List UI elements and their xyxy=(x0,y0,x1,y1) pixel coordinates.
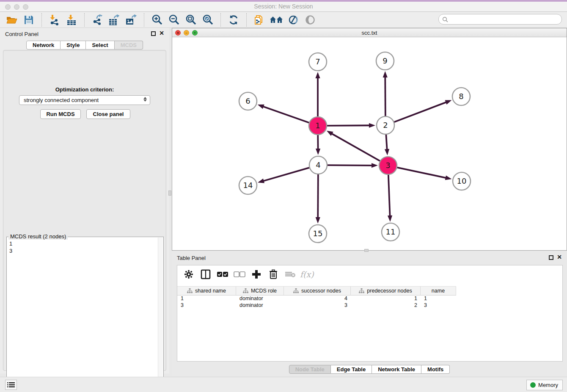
network-canvas[interactable]: 7968124314101511 xyxy=(172,37,567,250)
zoom-out-icon[interactable] xyxy=(165,14,182,26)
memory-button-label: Memory xyxy=(538,382,558,388)
edge-4-15[interactable] xyxy=(318,174,318,218)
column-header-label: name xyxy=(432,288,445,294)
search-field[interactable] xyxy=(438,14,562,25)
network-window-titlebar[interactable]: ✕ − + scc.txt xyxy=(172,28,567,37)
zoom-in-icon[interactable] xyxy=(149,14,165,26)
node-table-container: f(x) shared nameMCDS rolesuccessor nodes… xyxy=(177,265,563,362)
tab-network[interactable]: Network xyxy=(26,41,61,50)
tab-style[interactable]: Style xyxy=(61,41,86,50)
memory-button[interactable]: Memory xyxy=(526,380,563,390)
first-neighbors-icon[interactable] xyxy=(268,14,285,26)
cell-shared-name[interactable]: 1 xyxy=(177,295,236,302)
toolbar-separator xyxy=(220,13,221,27)
settings-gear-icon[interactable] xyxy=(182,268,196,281)
refresh-icon[interactable] xyxy=(225,14,242,26)
delete-table-icon xyxy=(283,268,297,281)
column-layout-icon[interactable] xyxy=(198,268,213,281)
cell-shared-name[interactable]: 3 xyxy=(177,302,236,309)
edge-4-3[interactable] xyxy=(328,165,372,166)
edge-4-14[interactable] xyxy=(263,168,309,181)
cell-successor-nodes[interactable]: 4 xyxy=(284,295,351,302)
column-header-shared-name[interactable]: shared name xyxy=(177,286,236,295)
graph-node-label-2: 2 xyxy=(383,121,388,130)
zoom-fit-icon[interactable] xyxy=(182,14,199,26)
graph-node-label-6: 6 xyxy=(245,97,250,105)
run-mcds-button[interactable]: Run MCDS xyxy=(40,109,81,119)
mcds-result-box: MCDS result (2 nodes) 13 xyxy=(6,237,164,392)
close-panel-icon[interactable]: ✕ xyxy=(159,30,164,36)
table-row[interactable]: 1dominator411 xyxy=(177,295,562,302)
arrowhead-2-3 xyxy=(385,149,389,155)
edge-2-8[interactable] xyxy=(394,102,447,122)
deselect-all-icon[interactable] xyxy=(232,268,247,281)
column-header-predecessor-nodes[interactable]: predecessor nodes xyxy=(351,286,421,295)
tab-node-table[interactable]: Node Table xyxy=(289,365,331,374)
column-header-name[interactable]: name xyxy=(421,286,456,295)
export-network-icon[interactable] xyxy=(89,14,106,26)
cell-successor-nodes[interactable]: 3 xyxy=(284,302,351,309)
edge-3-10[interactable] xyxy=(397,168,446,178)
edge-3-1[interactable] xyxy=(331,133,380,161)
import-table-icon[interactable] xyxy=(63,14,80,26)
toolbar-separator xyxy=(41,13,42,27)
arrowhead-3-10 xyxy=(445,175,452,180)
control-panel-title: Control Panel xyxy=(5,31,39,37)
edge-1-2[interactable] xyxy=(327,125,370,126)
arrowhead-4-3 xyxy=(372,163,378,168)
task-history-button[interactable] xyxy=(5,380,17,390)
mcds-result-line: 3 xyxy=(9,247,12,254)
arrowhead-4-14 xyxy=(258,179,264,183)
mcds-result-scrollbar[interactable] xyxy=(158,237,163,392)
import-network-icon[interactable] xyxy=(46,14,63,26)
graph-node-label-9: 9 xyxy=(383,56,387,65)
vertical-splitter-handle[interactable] xyxy=(168,190,171,196)
edge-2-3[interactable] xyxy=(386,135,387,150)
cell-name[interactable]: 1 xyxy=(421,295,456,302)
add-row-icon[interactable] xyxy=(249,268,264,281)
edge-1-6[interactable] xyxy=(263,106,309,122)
tab-network-table[interactable]: Network Table xyxy=(372,365,421,374)
column-header-MCDS-role[interactable]: MCDS role xyxy=(236,286,284,295)
column-tree-icon xyxy=(187,288,193,293)
cell-MCDS-role[interactable]: dominator xyxy=(236,295,284,302)
search-input[interactable] xyxy=(448,15,561,24)
mcds-result-list: 13 xyxy=(9,240,12,254)
network-graph[interactable]: 7968124314101511 xyxy=(172,37,567,250)
cell-name[interactable]: 3 xyxy=(421,302,456,309)
delete-row-icon[interactable] xyxy=(266,268,281,281)
arrowhead-2-9 xyxy=(383,71,388,77)
tab-edge-table[interactable]: Edge Table xyxy=(331,365,372,374)
tab-select[interactable]: Select xyxy=(86,41,114,50)
close-table-panel-icon[interactable]: ✕ xyxy=(557,254,562,260)
cell-MCDS-role[interactable]: dominator xyxy=(236,302,284,309)
select-all-icon[interactable] xyxy=(215,268,230,281)
export-table-icon[interactable] xyxy=(106,14,123,26)
float-panel-icon[interactable] xyxy=(151,31,156,36)
save-session-icon[interactable] xyxy=(20,14,37,26)
tab-mcds[interactable]: MCDS xyxy=(115,41,143,50)
tab-motifs[interactable]: Motifs xyxy=(421,365,450,374)
open-file-icon[interactable] xyxy=(3,14,20,26)
close-panel-button[interactable]: Close panel xyxy=(86,109,130,119)
table-row[interactable]: 3dominator323 xyxy=(177,302,562,309)
control-panel-header: Control Panel ✕ xyxy=(0,28,169,40)
cell-predecessor-nodes[interactable]: 2 xyxy=(351,302,421,309)
export-image-icon[interactable] xyxy=(123,14,140,26)
edge-3-11[interactable] xyxy=(388,175,390,216)
column-header-successor-nodes[interactable]: successor nodes xyxy=(284,286,351,295)
arrowhead-1-7 xyxy=(315,72,320,78)
table-panel: Table Panel ✕ xyxy=(172,252,567,376)
hide-details-icon[interactable] xyxy=(285,14,302,26)
edge-2-9[interactable] xyxy=(385,77,385,116)
graph-node-label-8: 8 xyxy=(459,92,463,101)
cell-predecessor-nodes[interactable]: 1 xyxy=(351,295,421,302)
clone-network-icon[interactable] xyxy=(251,14,268,26)
float-table-panel-icon[interactable] xyxy=(549,255,553,260)
zoom-selected-icon[interactable] xyxy=(199,14,216,26)
window-title: Session: New Session xyxy=(0,3,567,10)
horizontal-splitter-handle[interactable] xyxy=(364,249,369,252)
control-panel: Control Panel ✕ NetworkStyleSelectMCDS O… xyxy=(0,28,169,373)
birdseye-icon[interactable] xyxy=(302,14,319,26)
optimization-criterion-select[interactable]: strongly connected component xyxy=(19,95,150,105)
